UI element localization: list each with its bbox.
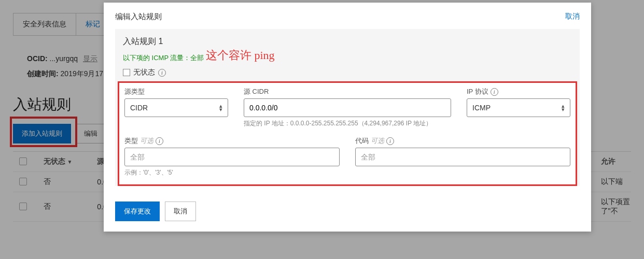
form-row-1: 源类型 CIDR ▴▾ 源 CIDR 指定的 IP 地址：0.0.0.0-255… (124, 87, 570, 128)
field-source-cidr: 源 CIDR 指定的 IP 地址：0.0.0.0-255.255.255.255… (244, 87, 451, 128)
label-source-type: 源类型 (124, 87, 228, 96)
info-icon[interactable]: i (156, 137, 163, 145)
modal-body: 入站规则 1 以下项的 ICMP 流量：全部 这个容许 ping 无状态 i 源… (104, 29, 591, 202)
info-icon[interactable]: i (491, 88, 498, 96)
select-arrows-icon: ▴▾ (219, 104, 222, 111)
edit-rule-modal: 编辑入站规则 取消 入站规则 1 以下项的 ICMP 流量：全部 这个容许 pi… (104, 3, 591, 232)
type-input[interactable] (124, 148, 340, 166)
label-type: 类型 可选 i (124, 136, 340, 146)
field-code: 代码 可选 i (355, 136, 570, 177)
source-cidr-input[interactable] (244, 98, 451, 117)
modal-title: 编辑入站规则 (115, 12, 162, 22)
modal-header: 编辑入站规则 取消 (104, 3, 591, 29)
modal-cancel-link[interactable]: 取消 (565, 12, 580, 22)
select-arrows-icon: ▴▾ (562, 104, 565, 111)
annotation-text: 这个容许 ping (206, 48, 275, 63)
stateless-label: 无状态 (133, 68, 155, 77)
icmp-note: 以下项的 ICMP 流量：全部 (123, 53, 572, 63)
info-icon[interactable]: i (386, 137, 394, 145)
label-source-cidr: 源 CIDR (244, 87, 451, 96)
type-hint: 示例：'0'、'3'、'5' (124, 168, 340, 177)
rule-title: 入站规则 1 (123, 36, 572, 47)
form-highlight-box: 源类型 CIDR ▴▾ 源 CIDR 指定的 IP 地址：0.0.0.0-255… (118, 81, 577, 186)
source-cidr-hint: 指定的 IP 地址：0.0.0.0-255.255.255.255（4,294,… (244, 119, 451, 128)
form-row-2: 类型 可选 i 示例：'0'、'3'、'5' 代码 可选 i (124, 136, 570, 177)
label-code: 代码 可选 i (355, 136, 570, 146)
field-type: 类型 可选 i 示例：'0'、'3'、'5' (124, 136, 340, 177)
stateless-row: 无状态 i (123, 68, 572, 81)
field-source-type: 源类型 CIDR ▴▾ (124, 87, 228, 128)
source-type-select[interactable]: CIDR ▴▾ (124, 98, 228, 117)
rule-section: 入站规则 1 以下项的 ICMP 流量：全部 这个容许 ping 无状态 i 源… (115, 29, 580, 186)
stateless-checkbox[interactable] (123, 69, 130, 76)
save-button[interactable]: 保存更改 (115, 202, 160, 221)
code-input[interactable] (355, 148, 570, 166)
label-ip-proto: IP 协议 i (467, 87, 570, 96)
info-icon[interactable]: i (158, 69, 166, 77)
cancel-button[interactable]: 取消 (165, 202, 196, 221)
modal-footer: 保存更改 取消 (104, 202, 591, 232)
field-ip-proto: IP 协议 i ICMP ▴▾ (467, 87, 570, 128)
ip-proto-select[interactable]: ICMP ▴▾ (467, 98, 570, 117)
